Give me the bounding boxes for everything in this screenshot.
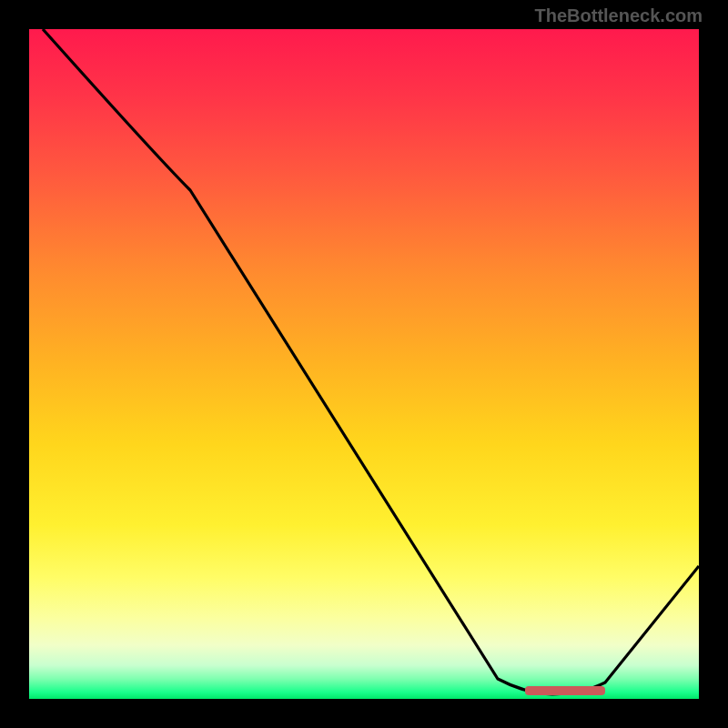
chart-frame: TheBottleneck.com	[0, 0, 728, 728]
watermark-label: TheBottleneck.com	[535, 5, 703, 26]
plot-area	[29, 29, 699, 699]
minimum-marker	[525, 686, 605, 695]
chart-line	[43, 29, 699, 694]
chart-svg	[29, 29, 699, 699]
